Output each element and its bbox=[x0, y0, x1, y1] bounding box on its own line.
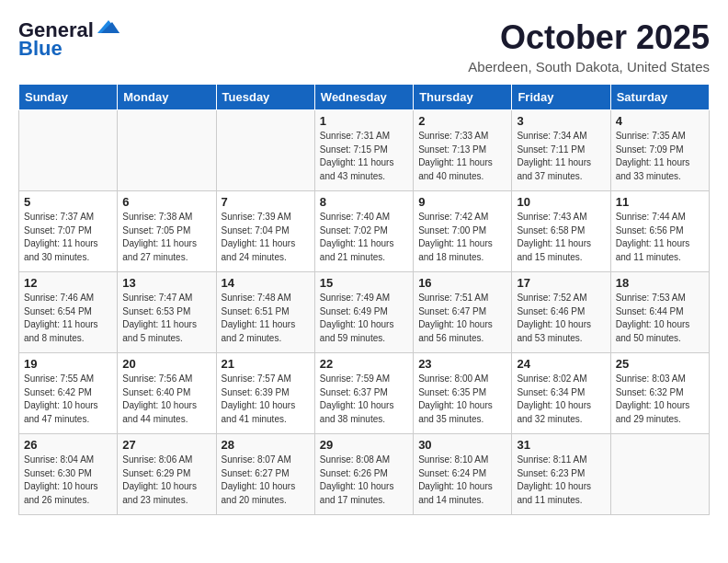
day-number: 27 bbox=[122, 438, 210, 452]
calendar-cell bbox=[19, 110, 118, 191]
calendar-cell: 12Sunrise: 7:46 AM Sunset: 6:54 PM Dayli… bbox=[19, 272, 118, 353]
day-number: 2 bbox=[418, 114, 506, 128]
day-info: Sunrise: 7:37 AM Sunset: 7:07 PM Dayligh… bbox=[24, 211, 112, 264]
day-info: Sunrise: 7:56 AM Sunset: 6:40 PM Dayligh… bbox=[122, 373, 210, 426]
calendar-cell: 6Sunrise: 7:38 AM Sunset: 7:05 PM Daylig… bbox=[118, 191, 216, 272]
calendar-cell: 2Sunrise: 7:33 AM Sunset: 7:13 PM Daylig… bbox=[414, 110, 512, 191]
day-number: 29 bbox=[320, 438, 408, 452]
day-info: Sunrise: 7:34 AM Sunset: 7:11 PM Dayligh… bbox=[517, 130, 605, 183]
calendar-cell: 15Sunrise: 7:49 AM Sunset: 6:49 PM Dayli… bbox=[314, 272, 413, 353]
calendar-cell: 4Sunrise: 7:35 AM Sunset: 7:09 PM Daylig… bbox=[610, 110, 709, 191]
weekday-header-friday: Friday bbox=[512, 85, 610, 110]
calendar-table: SundayMondayTuesdayWednesdayThursdayFrid… bbox=[18, 84, 710, 515]
day-number: 31 bbox=[517, 438, 605, 452]
weekday-header-thursday: Thursday bbox=[414, 85, 512, 110]
day-info: Sunrise: 8:11 AM Sunset: 6:23 PM Dayligh… bbox=[517, 454, 605, 507]
day-number: 20 bbox=[122, 357, 210, 371]
calendar-cell: 18Sunrise: 7:53 AM Sunset: 6:44 PM Dayli… bbox=[610, 272, 709, 353]
day-info: Sunrise: 8:10 AM Sunset: 6:24 PM Dayligh… bbox=[418, 454, 506, 507]
calendar-cell: 20Sunrise: 7:56 AM Sunset: 6:40 PM Dayli… bbox=[118, 353, 216, 434]
day-number: 8 bbox=[320, 195, 408, 209]
calendar-cell: 8Sunrise: 7:40 AM Sunset: 7:02 PM Daylig… bbox=[314, 191, 413, 272]
day-info: Sunrise: 7:46 AM Sunset: 6:54 PM Dayligh… bbox=[24, 292, 112, 345]
day-number: 1 bbox=[320, 114, 408, 128]
calendar-cell: 10Sunrise: 7:43 AM Sunset: 6:58 PM Dayli… bbox=[512, 191, 610, 272]
week-row-1: 1Sunrise: 7:31 AM Sunset: 7:15 PM Daylig… bbox=[19, 110, 710, 191]
day-info: Sunrise: 8:07 AM Sunset: 6:27 PM Dayligh… bbox=[222, 454, 310, 507]
day-number: 15 bbox=[320, 276, 408, 290]
calendar-cell bbox=[216, 110, 314, 191]
calendar-cell: 23Sunrise: 8:00 AM Sunset: 6:35 PM Dayli… bbox=[414, 353, 512, 434]
day-number: 22 bbox=[320, 357, 408, 371]
day-info: Sunrise: 7:44 AM Sunset: 6:56 PM Dayligh… bbox=[616, 211, 704, 264]
logo-blue: Blue bbox=[18, 37, 63, 61]
day-info: Sunrise: 7:42 AM Sunset: 7:00 PM Dayligh… bbox=[418, 211, 506, 264]
day-info: Sunrise: 7:33 AM Sunset: 7:13 PM Dayligh… bbox=[418, 130, 506, 183]
day-number: 23 bbox=[418, 357, 506, 371]
day-info: Sunrise: 7:55 AM Sunset: 6:42 PM Dayligh… bbox=[24, 373, 112, 426]
calendar-cell bbox=[610, 434, 709, 515]
month-title: October 2025 bbox=[468, 18, 710, 57]
day-number: 5 bbox=[24, 195, 112, 209]
calendar-cell: 9Sunrise: 7:42 AM Sunset: 7:00 PM Daylig… bbox=[414, 191, 512, 272]
day-info: Sunrise: 7:38 AM Sunset: 7:05 PM Dayligh… bbox=[122, 211, 210, 264]
calendar-cell: 21Sunrise: 7:57 AM Sunset: 6:39 PM Dayli… bbox=[216, 353, 314, 434]
calendar-cell: 14Sunrise: 7:48 AM Sunset: 6:51 PM Dayli… bbox=[216, 272, 314, 353]
calendar-cell: 27Sunrise: 8:06 AM Sunset: 6:29 PM Dayli… bbox=[118, 434, 216, 515]
day-number: 10 bbox=[517, 195, 605, 209]
weekday-header-saturday: Saturday bbox=[610, 85, 709, 110]
day-number: 4 bbox=[616, 114, 704, 128]
day-info: Sunrise: 8:03 AM Sunset: 6:32 PM Dayligh… bbox=[616, 373, 704, 426]
day-info: Sunrise: 7:31 AM Sunset: 7:15 PM Dayligh… bbox=[320, 130, 408, 183]
day-number: 17 bbox=[517, 276, 605, 290]
calendar-cell: 31Sunrise: 8:11 AM Sunset: 6:23 PM Dayli… bbox=[512, 434, 610, 515]
calendar-cell: 24Sunrise: 8:02 AM Sunset: 6:34 PM Dayli… bbox=[512, 353, 610, 434]
day-info: Sunrise: 7:40 AM Sunset: 7:02 PM Dayligh… bbox=[320, 211, 408, 264]
day-number: 11 bbox=[616, 195, 704, 209]
day-info: Sunrise: 7:47 AM Sunset: 6:53 PM Dayligh… bbox=[122, 292, 210, 345]
calendar-cell: 19Sunrise: 7:55 AM Sunset: 6:42 PM Dayli… bbox=[19, 353, 118, 434]
day-number: 28 bbox=[222, 438, 310, 452]
calendar-cell: 3Sunrise: 7:34 AM Sunset: 7:11 PM Daylig… bbox=[512, 110, 610, 191]
day-info: Sunrise: 7:53 AM Sunset: 6:44 PM Dayligh… bbox=[616, 292, 704, 345]
weekday-header-wednesday: Wednesday bbox=[314, 85, 413, 110]
day-info: Sunrise: 7:48 AM Sunset: 6:51 PM Dayligh… bbox=[222, 292, 310, 345]
location-title: Aberdeen, South Dakota, United States bbox=[468, 59, 710, 75]
day-number: 18 bbox=[616, 276, 704, 290]
day-number: 30 bbox=[418, 438, 506, 452]
weekday-header-tuesday: Tuesday bbox=[216, 85, 314, 110]
day-number: 16 bbox=[418, 276, 506, 290]
day-info: Sunrise: 7:49 AM Sunset: 6:49 PM Dayligh… bbox=[320, 292, 408, 345]
page-header: General Blue October 2025 Aberdeen, Sout… bbox=[18, 18, 710, 75]
week-row-4: 19Sunrise: 7:55 AM Sunset: 6:42 PM Dayli… bbox=[19, 353, 710, 434]
day-number: 19 bbox=[24, 357, 112, 371]
calendar-cell: 1Sunrise: 7:31 AM Sunset: 7:15 PM Daylig… bbox=[314, 110, 413, 191]
logo: General Blue bbox=[18, 18, 121, 61]
calendar-cell: 29Sunrise: 8:08 AM Sunset: 6:26 PM Dayli… bbox=[314, 434, 413, 515]
day-number: 3 bbox=[517, 114, 605, 128]
day-info: Sunrise: 7:52 AM Sunset: 6:46 PM Dayligh… bbox=[517, 292, 605, 345]
day-number: 9 bbox=[418, 195, 506, 209]
week-row-3: 12Sunrise: 7:46 AM Sunset: 6:54 PM Dayli… bbox=[19, 272, 710, 353]
day-number: 21 bbox=[222, 357, 310, 371]
day-info: Sunrise: 7:51 AM Sunset: 6:47 PM Dayligh… bbox=[418, 292, 506, 345]
weekday-header-monday: Monday bbox=[118, 85, 216, 110]
day-number: 13 bbox=[122, 276, 210, 290]
day-info: Sunrise: 7:43 AM Sunset: 6:58 PM Dayligh… bbox=[517, 211, 605, 264]
calendar-cell: 7Sunrise: 7:39 AM Sunset: 7:04 PM Daylig… bbox=[216, 191, 314, 272]
day-info: Sunrise: 7:39 AM Sunset: 7:04 PM Dayligh… bbox=[222, 211, 310, 264]
weekday-header-sunday: Sunday bbox=[19, 85, 118, 110]
calendar-cell: 11Sunrise: 7:44 AM Sunset: 6:56 PM Dayli… bbox=[610, 191, 709, 272]
day-info: Sunrise: 8:00 AM Sunset: 6:35 PM Dayligh… bbox=[418, 373, 506, 426]
day-info: Sunrise: 8:08 AM Sunset: 6:26 PM Dayligh… bbox=[320, 454, 408, 507]
day-number: 14 bbox=[222, 276, 310, 290]
calendar-cell: 17Sunrise: 7:52 AM Sunset: 6:46 PM Dayli… bbox=[512, 272, 610, 353]
day-number: 12 bbox=[24, 276, 112, 290]
weekday-header-row: SundayMondayTuesdayWednesdayThursdayFrid… bbox=[19, 85, 710, 110]
day-info: Sunrise: 8:06 AM Sunset: 6:29 PM Dayligh… bbox=[122, 454, 210, 507]
day-info: Sunrise: 8:04 AM Sunset: 6:30 PM Dayligh… bbox=[24, 454, 112, 507]
title-block: October 2025 Aberdeen, South Dakota, Uni… bbox=[468, 18, 710, 75]
calendar-cell bbox=[118, 110, 216, 191]
week-row-5: 26Sunrise: 8:04 AM Sunset: 6:30 PM Dayli… bbox=[19, 434, 710, 515]
day-number: 24 bbox=[517, 357, 605, 371]
